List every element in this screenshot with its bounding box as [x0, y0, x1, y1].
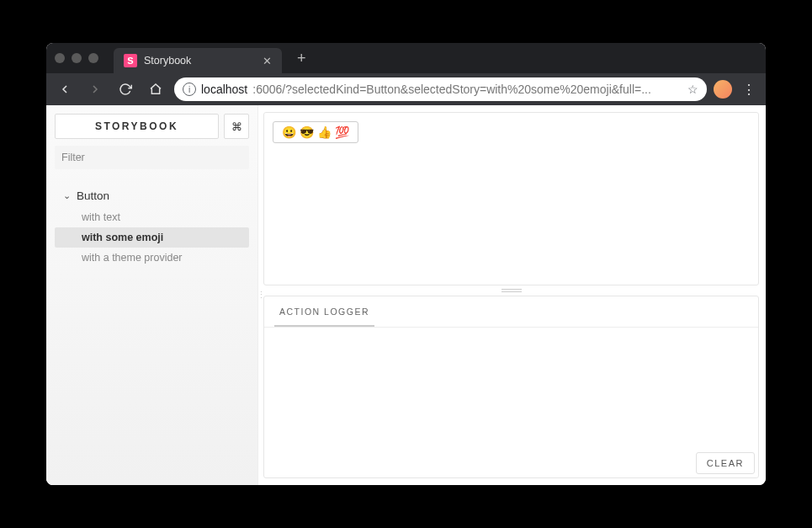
app-content: STORYBOOK ⌘ ⌄ Button with text with some…	[46, 105, 766, 485]
url-path: :6006/?selectedKind=Button&selectedStory…	[252, 83, 679, 96]
reload-button[interactable]	[114, 77, 137, 101]
addons-tabbar: ACTION LOGGER	[264, 296, 758, 328]
traffic-lights	[55, 53, 98, 63]
story-with-a-theme-provider[interactable]: with a theme provider	[55, 248, 249, 268]
forward-button[interactable]	[83, 77, 107, 101]
story-with-text[interactable]: with text	[55, 207, 249, 227]
browser-toolbar: i localhost:6006/?selectedKind=Button&se…	[46, 73, 766, 105]
address-bar[interactable]: i localhost:6006/?selectedKind=Button&se…	[174, 77, 707, 101]
tab-title: Storybook	[144, 55, 256, 67]
url-host: localhost	[201, 83, 247, 96]
browser-menu-button[interactable]: ⋮	[739, 82, 759, 98]
stories-tree: ⌄ Button with text with some emoji with …	[55, 184, 249, 268]
storybook-favicon-icon: S	[124, 54, 137, 67]
new-tab-button[interactable]: +	[297, 50, 306, 67]
kind-node-button[interactable]: ⌄ Button	[55, 184, 249, 207]
sidebar: STORYBOOK ⌘ ⌄ Button with text with some…	[46, 105, 258, 485]
kind-children: with text with some emoji with a theme p…	[55, 207, 249, 268]
sidebar-header: STORYBOOK ⌘	[55, 114, 249, 139]
clear-button[interactable]: CLEAR	[696, 452, 755, 474]
profile-avatar[interactable]	[714, 80, 732, 99]
titlebar: S Storybook ✕ +	[46, 43, 766, 73]
shortcuts-button[interactable]: ⌘	[224, 114, 249, 139]
main-panel: 😀 😎 👍 💯 ACTION LOGGER CLEAR	[263, 105, 766, 485]
grip-icon	[502, 289, 522, 292]
preview-frame: 😀 😎 👍 💯	[263, 112, 759, 285]
kind-label: Button	[77, 189, 109, 202]
site-info-icon[interactable]: i	[183, 83, 196, 96]
panel-resizer[interactable]	[263, 285, 759, 296]
browser-window: S Storybook ✕ + i localhost:6006/?select…	[46, 43, 766, 485]
brand-title: STORYBOOK	[55, 114, 219, 139]
bookmark-star-icon[interactable]: ☆	[687, 83, 698, 96]
window-close-button[interactable]	[55, 53, 65, 63]
tab-close-icon[interactable]: ✕	[263, 55, 272, 67]
story-with-some-emoji[interactable]: with some emoji	[55, 227, 249, 248]
action-logger-body	[264, 328, 758, 449]
chevron-down-icon: ⌄	[63, 190, 72, 201]
home-button[interactable]	[144, 77, 167, 101]
window-minimize-button[interactable]	[72, 53, 82, 63]
browser-tab[interactable]: S Storybook ✕	[114, 48, 282, 73]
filter-input[interactable]	[55, 146, 249, 169]
tab-action-logger[interactable]: ACTION LOGGER	[274, 296, 374, 327]
demo-button[interactable]: 😀 😎 👍 💯	[273, 121, 358, 143]
back-button[interactable]	[53, 77, 77, 101]
addons-panel: ACTION LOGGER CLEAR	[263, 296, 759, 478]
window-zoom-button[interactable]	[88, 53, 98, 63]
addons-footer: CLEAR	[264, 449, 758, 477]
